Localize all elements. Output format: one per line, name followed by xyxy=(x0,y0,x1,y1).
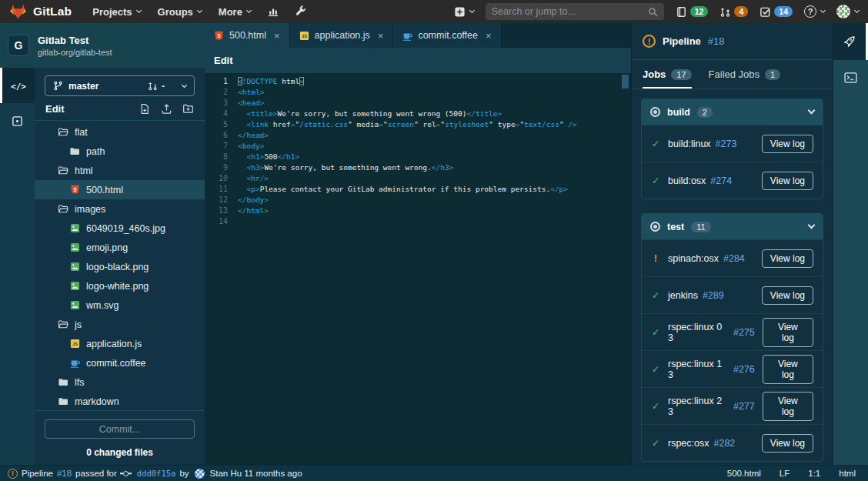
merge-requests-counter[interactable]: 4 xyxy=(719,6,748,18)
statusbar-cursor-position[interactable]: 1:1 xyxy=(808,469,820,478)
branch-selector[interactable]: master - xyxy=(45,75,195,96)
user-menu[interactable] xyxy=(836,5,859,18)
code-line[interactable]: 7<body> xyxy=(205,141,631,152)
admin-wrench-icon[interactable] xyxy=(295,5,307,18)
tree-item[interactable]: path xyxy=(35,142,205,161)
job-id-link[interactable]: #284 xyxy=(723,253,745,264)
jobs-tab[interactable]: Jobs17 xyxy=(643,60,692,89)
code-line[interactable]: 13</html> xyxy=(205,205,631,216)
success-check-icon xyxy=(651,139,660,149)
job-id-link[interactable]: #274 xyxy=(710,175,732,186)
code-line[interactable]: 8 <h1>500</h1> xyxy=(205,152,631,162)
tree-item[interactable]: logo-black.png xyxy=(35,257,205,276)
tree-item[interactable]: flat xyxy=(35,122,205,142)
search-input[interactable] xyxy=(492,6,648,17)
new-folder-icon[interactable] xyxy=(182,103,194,115)
issues-counter[interactable]: 12 xyxy=(676,6,709,18)
html-file-icon: 5 xyxy=(214,31,224,41)
code-line[interactable]: 9 <h3>We're sorry, but something went wr… xyxy=(205,162,631,173)
code-editor[interactable]: 1<!DOCTYPE html>2<html>3<head>4 <title>W… xyxy=(205,73,631,465)
tree-item[interactable]: emoji.png xyxy=(35,238,205,257)
job-id-link[interactable]: #275 xyxy=(733,327,755,338)
pipeline-id-link[interactable]: #18 xyxy=(708,35,725,47)
tree-item[interactable]: logo-white.png xyxy=(35,276,205,296)
editor-tab[interactable]: commit.coffee× xyxy=(393,23,501,48)
statusbar-pipeline-id-link[interactable]: #18 xyxy=(57,469,72,478)
code-line[interactable]: 3<head> xyxy=(205,98,631,109)
tree-item[interactable]: 6049019_460s.jpg xyxy=(35,219,205,238)
view-log-button[interactable]: View log xyxy=(763,355,813,384)
jobs-tab[interactable]: Failed Jobs1 xyxy=(709,60,781,89)
tree-item[interactable]: 5500.html xyxy=(35,180,205,199)
statusbar-file-name[interactable]: 500.html xyxy=(727,469,761,478)
view-log-button[interactable]: View log xyxy=(763,392,813,421)
chevron-down-icon xyxy=(246,8,252,13)
new-file-icon[interactable] xyxy=(139,103,151,115)
commit-sha-link[interactable]: ddd0f15a xyxy=(137,469,176,478)
editor-tab[interactable]: 5500.html× xyxy=(205,23,290,48)
todos-counter[interactable]: 14 xyxy=(760,6,793,18)
commit-button[interactable]: Commit... xyxy=(45,419,195,439)
code-line[interactable]: 6</head> xyxy=(205,130,631,141)
project-avatar[interactable]: G xyxy=(8,35,29,56)
main-area: G Gitlab Test gitlab-org/gitlab-test ma xyxy=(0,23,868,465)
review-mode-tab[interactable] xyxy=(0,103,35,139)
charts-icon[interactable] xyxy=(267,5,279,18)
code-line[interactable]: 2<html> xyxy=(205,87,631,98)
pipelines-tab[interactable] xyxy=(833,23,868,60)
view-log-button[interactable]: View log xyxy=(762,286,813,305)
statusbar-language[interactable]: html xyxy=(839,469,856,478)
view-log-button[interactable]: View log xyxy=(762,172,813,190)
edit-mode-tab[interactable] xyxy=(0,68,35,103)
stage-header[interactable]: build2 xyxy=(642,99,823,125)
code-line[interactable]: 11 <p>Please contact your GitLab adminis… xyxy=(205,184,631,195)
tree-item[interactable]: html xyxy=(35,161,205,180)
upload-file-icon[interactable] xyxy=(161,103,172,115)
close-icon[interactable]: × xyxy=(486,30,492,42)
editor-tab[interactable]: JSapplication.js× xyxy=(290,23,394,48)
nav-projects-menu[interactable]: Projects xyxy=(92,6,140,18)
search-box[interactable] xyxy=(486,3,664,20)
help-menu[interactable] xyxy=(804,5,825,18)
tree-item[interactable]: markdown xyxy=(35,392,205,410)
view-log-button[interactable]: View log xyxy=(762,249,813,268)
tree-item[interactable]: images xyxy=(35,199,205,219)
issues-count-badge: 12 xyxy=(690,6,709,17)
code-line[interactable]: 5 <link href="/static.css" media="screen… xyxy=(205,119,631,130)
chevron-down-icon[interactable] xyxy=(808,107,816,115)
tree-item[interactable]: commit.coffee xyxy=(35,353,205,372)
job-id-link[interactable]: #282 xyxy=(714,438,736,449)
view-log-button[interactable]: View log xyxy=(762,135,813,153)
code-line[interactable]: 12</body> xyxy=(205,195,631,205)
project-title[interactable]: Gitlab Test xyxy=(38,35,112,46)
code-line[interactable]: 14 xyxy=(205,216,631,227)
chevron-down-icon[interactable] xyxy=(808,222,816,229)
code-line[interactable]: 4 <title>We're sorry, but something went… xyxy=(205,109,631,119)
code-line[interactable]: 10 <hr/> xyxy=(205,173,631,184)
tree-item[interactable]: lfs xyxy=(35,372,205,392)
commit-icon xyxy=(123,471,129,476)
job-id-link[interactable]: #276 xyxy=(733,364,755,375)
nav-groups-menu[interactable]: Groups xyxy=(158,6,202,18)
nav-more-menu[interactable]: More xyxy=(219,6,251,18)
code-line[interactable]: 1<!DOCTYPE html> xyxy=(205,76,631,87)
editor-scrollbar[interactable] xyxy=(622,75,629,89)
gitlab-logo-text[interactable]: GitLab xyxy=(33,5,72,18)
tree-item[interactable]: js xyxy=(35,315,205,334)
job-id-link[interactable]: #289 xyxy=(703,290,724,301)
terminal-tab[interactable] xyxy=(833,60,868,95)
code-text: <html> xyxy=(238,87,264,98)
job-id-link[interactable]: #277 xyxy=(733,401,755,412)
close-icon[interactable]: × xyxy=(274,30,280,42)
view-log-button[interactable]: View log xyxy=(762,434,813,453)
gitlab-logo-icon[interactable] xyxy=(9,3,27,20)
job-id-link[interactable]: #273 xyxy=(716,139,737,149)
tree-item-label: application.js xyxy=(86,339,142,349)
statusbar-line-ending[interactable]: LF xyxy=(780,469,790,478)
view-log-button[interactable]: View log xyxy=(763,318,813,347)
tree-item[interactable]: wm.svg xyxy=(35,296,205,315)
new-menu-plus-icon[interactable] xyxy=(454,6,474,18)
tree-item[interactable]: JSapplication.js xyxy=(35,334,205,353)
stage-header[interactable]: test11 xyxy=(642,214,823,239)
close-icon[interactable]: × xyxy=(378,30,384,42)
